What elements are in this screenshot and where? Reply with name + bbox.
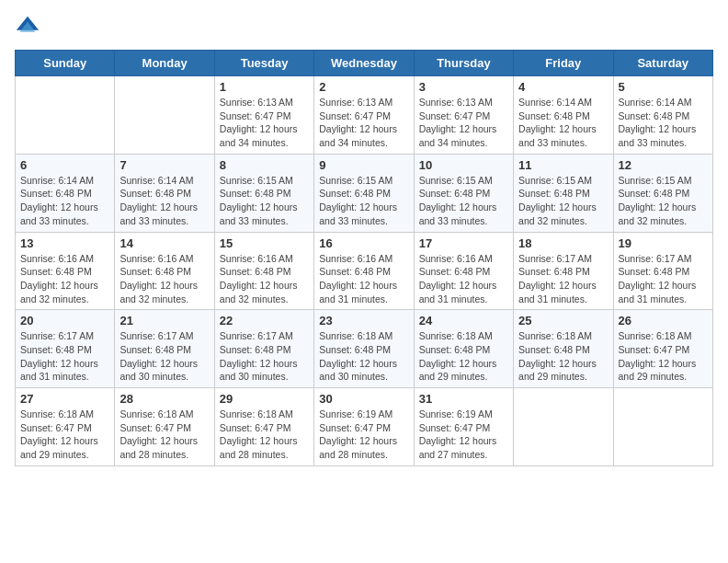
calendar-cell: 14Sunrise: 6:16 AM Sunset: 6:48 PM Dayli… [115,232,214,310]
day-number: 28 [119,392,209,406]
day-number: 4 [518,80,608,94]
calendar-cell [514,388,613,466]
calendar-cell: 10Sunrise: 6:15 AM Sunset: 6:48 PM Dayli… [414,154,513,232]
day-info: Sunrise: 6:15 AM Sunset: 6:48 PM Dayligh… [220,174,309,228]
calendar-cell: 16Sunrise: 6:16 AM Sunset: 6:48 PM Dayli… [314,232,414,310]
day-info: Sunrise: 6:18 AM Sunset: 6:47 PM Dayligh… [220,408,309,462]
calendar-cell: 31Sunrise: 6:19 AM Sunset: 6:47 PM Dayli… [414,388,513,466]
calendar-cell: 5Sunrise: 6:14 AM Sunset: 6:48 PM Daylig… [613,76,712,155]
day-number: 9 [319,158,408,172]
day-number: 14 [119,236,209,250]
day-number: 3 [419,80,508,94]
day-number: 18 [518,236,608,250]
day-number: 19 [619,236,708,250]
day-number: 31 [419,392,508,406]
calendar-week-row: 20Sunrise: 6:17 AM Sunset: 6:48 PM Dayli… [16,310,713,388]
day-number: 15 [220,236,309,250]
day-info: Sunrise: 6:15 AM Sunset: 6:48 PM Dayligh… [319,174,408,228]
logo-icon [15,15,40,40]
weekday-header: Friday [514,51,613,76]
day-info: Sunrise: 6:13 AM Sunset: 6:47 PM Dayligh… [220,96,309,150]
day-number: 6 [20,158,109,172]
day-info: Sunrise: 6:17 AM Sunset: 6:48 PM Dayligh… [220,329,309,384]
calendar-cell: 4Sunrise: 6:14 AM Sunset: 6:48 PM Daylig… [514,76,613,155]
weekday-header: Saturday [613,51,712,76]
weekday-header: Thursday [414,51,513,76]
calendar-week-row: 13Sunrise: 6:16 AM Sunset: 6:48 PM Dayli… [16,232,713,310]
day-number: 29 [220,392,309,406]
day-info: Sunrise: 6:18 AM Sunset: 6:47 PM Dayligh… [119,408,209,462]
day-number: 7 [119,158,209,172]
calendar-cell: 17Sunrise: 6:16 AM Sunset: 6:48 PM Dayli… [414,232,513,310]
calendar-cell: 30Sunrise: 6:19 AM Sunset: 6:47 PM Dayli… [314,388,414,466]
calendar-cell [613,388,712,466]
calendar-cell: 21Sunrise: 6:17 AM Sunset: 6:48 PM Dayli… [115,310,214,388]
day-info: Sunrise: 6:18 AM Sunset: 6:48 PM Dayligh… [419,329,508,384]
calendar-cell: 18Sunrise: 6:17 AM Sunset: 6:48 PM Dayli… [514,232,613,310]
day-number: 13 [20,236,109,250]
day-info: Sunrise: 6:18 AM Sunset: 6:48 PM Dayligh… [518,329,608,384]
day-number: 27 [20,392,109,406]
calendar-cell: 22Sunrise: 6:17 AM Sunset: 6:48 PM Dayli… [214,310,313,388]
day-number: 10 [419,158,508,172]
calendar-cell: 19Sunrise: 6:17 AM Sunset: 6:48 PM Dayli… [613,232,712,310]
day-info: Sunrise: 6:19 AM Sunset: 6:47 PM Dayligh… [319,408,408,462]
day-info: Sunrise: 6:13 AM Sunset: 6:47 PM Dayligh… [419,96,508,150]
day-number: 16 [319,236,408,250]
calendar-cell: 1Sunrise: 6:13 AM Sunset: 6:47 PM Daylig… [214,76,313,155]
day-number: 20 [20,314,109,327]
day-number: 11 [518,158,608,172]
day-info: Sunrise: 6:15 AM Sunset: 6:48 PM Dayligh… [419,174,508,228]
calendar-cell: 24Sunrise: 6:18 AM Sunset: 6:48 PM Dayli… [414,310,513,388]
day-info: Sunrise: 6:17 AM Sunset: 6:48 PM Dayligh… [119,329,209,384]
day-info: Sunrise: 6:14 AM Sunset: 6:48 PM Dayligh… [20,174,109,228]
day-number: 12 [619,158,708,172]
day-number: 21 [119,314,209,327]
calendar-cell: 6Sunrise: 6:14 AM Sunset: 6:48 PM Daylig… [16,154,115,232]
day-info: Sunrise: 6:16 AM Sunset: 6:48 PM Dayligh… [20,252,109,306]
day-info: Sunrise: 6:18 AM Sunset: 6:48 PM Dayligh… [319,329,408,384]
calendar-cell: 15Sunrise: 6:16 AM Sunset: 6:48 PM Dayli… [214,232,313,310]
calendar-cell: 2Sunrise: 6:13 AM Sunset: 6:47 PM Daylig… [314,76,414,155]
calendar-cell: 26Sunrise: 6:18 AM Sunset: 6:47 PM Dayli… [613,310,712,388]
weekday-header: Tuesday [214,51,313,76]
calendar-cell: 3Sunrise: 6:13 AM Sunset: 6:47 PM Daylig… [414,76,513,155]
calendar-cell [16,76,115,155]
day-info: Sunrise: 6:16 AM Sunset: 6:48 PM Dayligh… [220,252,309,306]
weekday-header: Wednesday [314,51,414,76]
day-info: Sunrise: 6:14 AM Sunset: 6:48 PM Dayligh… [518,96,608,150]
day-info: Sunrise: 6:15 AM Sunset: 6:48 PM Dayligh… [518,174,608,228]
day-info: Sunrise: 6:18 AM Sunset: 6:47 PM Dayligh… [619,329,708,384]
weekday-header: Sunday [16,51,115,76]
calendar-cell: 28Sunrise: 6:18 AM Sunset: 6:47 PM Dayli… [115,388,214,466]
day-number: 5 [619,80,708,94]
calendar-cell: 25Sunrise: 6:18 AM Sunset: 6:48 PM Dayli… [514,310,613,388]
day-info: Sunrise: 6:18 AM Sunset: 6:47 PM Dayligh… [20,408,109,462]
day-number: 17 [419,236,508,250]
weekday-header: Monday [115,51,214,76]
calendar-cell: 29Sunrise: 6:18 AM Sunset: 6:47 PM Dayli… [214,388,313,466]
calendar-cell: 13Sunrise: 6:16 AM Sunset: 6:48 PM Dayli… [16,232,115,310]
calendar-cell: 20Sunrise: 6:17 AM Sunset: 6:48 PM Dayli… [16,310,115,388]
calendar-header-row: SundayMondayTuesdayWednesdayThursdayFrid… [16,51,713,76]
day-info: Sunrise: 6:14 AM Sunset: 6:48 PM Dayligh… [619,96,708,150]
day-number: 26 [619,314,708,327]
calendar-cell: 27Sunrise: 6:18 AM Sunset: 6:47 PM Dayli… [16,388,115,466]
day-number: 23 [319,314,408,327]
calendar-cell: 8Sunrise: 6:15 AM Sunset: 6:48 PM Daylig… [214,154,313,232]
day-info: Sunrise: 6:16 AM Sunset: 6:48 PM Dayligh… [419,252,508,306]
day-number: 8 [220,158,309,172]
day-number: 22 [220,314,309,327]
calendar-week-row: 6Sunrise: 6:14 AM Sunset: 6:48 PM Daylig… [16,154,713,232]
calendar-week-row: 27Sunrise: 6:18 AM Sunset: 6:47 PM Dayli… [16,388,713,466]
day-info: Sunrise: 6:16 AM Sunset: 6:48 PM Dayligh… [319,252,408,306]
day-number: 1 [220,80,309,94]
day-info: Sunrise: 6:13 AM Sunset: 6:47 PM Dayligh… [319,96,408,150]
day-info: Sunrise: 6:17 AM Sunset: 6:48 PM Dayligh… [20,329,109,384]
day-number: 2 [319,80,408,94]
day-number: 30 [319,392,408,406]
day-number: 25 [518,314,608,327]
calendar: SundayMondayTuesdayWednesdayThursdayFrid… [15,50,713,466]
day-info: Sunrise: 6:15 AM Sunset: 6:48 PM Dayligh… [619,174,708,228]
day-info: Sunrise: 6:16 AM Sunset: 6:48 PM Dayligh… [119,252,209,306]
